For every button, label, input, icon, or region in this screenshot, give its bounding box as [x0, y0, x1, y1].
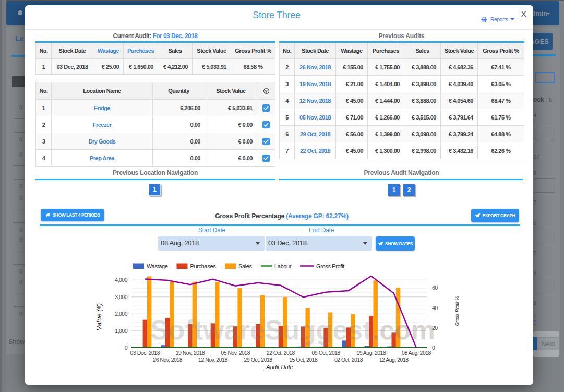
svg-text:22 Oct, 2018: 22 Oct, 2018: [267, 350, 295, 356]
svg-text:15 Oct, 2018: 15 Oct, 2018: [289, 357, 318, 363]
svg-text:Audit Date: Audit Date: [266, 364, 293, 370]
svg-text:1,000: 1,000: [115, 328, 127, 334]
svg-text:02 Oct, 2018: 02 Oct, 2018: [334, 357, 363, 363]
svg-text:19 Aug, 2018: 19 Aug, 2018: [356, 350, 386, 356]
svg-text:2,000: 2,000: [115, 311, 127, 317]
svg-text:SoftwareSuggest.com: SoftwareSuggest.com: [150, 315, 435, 345]
svg-text:0: 0: [432, 345, 435, 351]
svg-text:12 Aug, 2018: 12 Aug, 2018: [379, 357, 409, 363]
svg-text:19 Nov, 2018: 19 Nov, 2018: [176, 350, 205, 356]
svg-text:08 Aug, 2018: 08 Aug, 2018: [402, 350, 431, 356]
svg-text:0: 0: [125, 345, 128, 351]
svg-text:Sales: Sales: [238, 263, 253, 269]
svg-text:20: 20: [432, 325, 438, 331]
svg-text:60: 60: [432, 284, 438, 291]
svg-text:05 Nov, 2018: 05 Nov, 2018: [221, 350, 250, 356]
svg-text:03 Dec, 2018: 03 Dec, 2018: [130, 350, 160, 356]
svg-text:09 Oct, 2018: 09 Oct, 2018: [312, 350, 341, 356]
svg-text:Labour: Labour: [274, 263, 292, 269]
svg-text:Gross Profit: Gross Profit: [316, 263, 344, 269]
svg-text:40: 40: [432, 305, 438, 311]
svg-text:Purchases: Purchases: [190, 263, 217, 269]
svg-text:12 Nov, 2018: 12 Nov, 2018: [198, 357, 227, 363]
svg-text:26 Nov, 2018: 26 Nov, 2018: [153, 357, 182, 363]
svg-text:Wastage: Wastage: [147, 263, 168, 269]
svg-text:4,000: 4,000: [115, 277, 127, 283]
svg-text:3,000: 3,000: [115, 294, 127, 300]
svg-text:Value (€): Value (€): [95, 303, 103, 330]
svg-text:Gross Profit %: Gross Profit %: [454, 296, 460, 326]
svg-text:29 Oct, 2018: 29 Oct, 2018: [244, 357, 273, 363]
